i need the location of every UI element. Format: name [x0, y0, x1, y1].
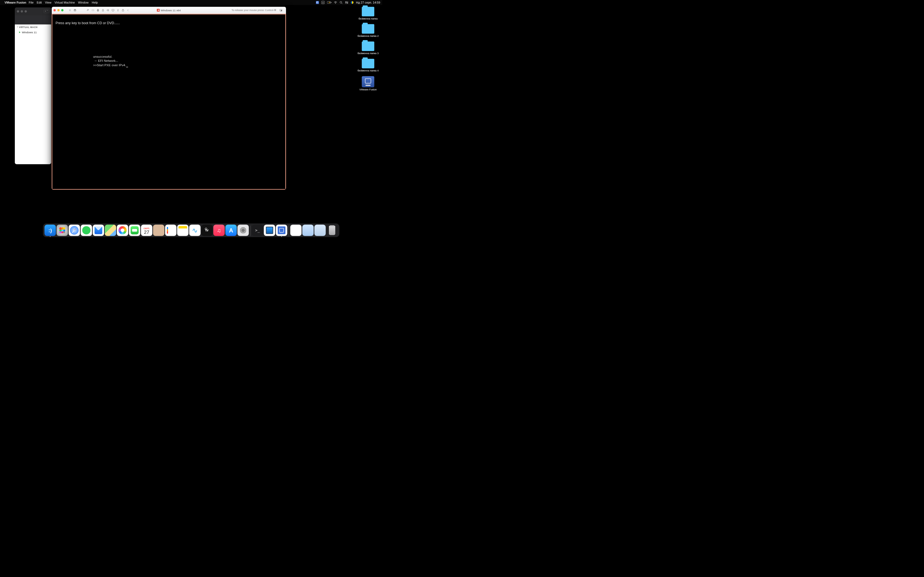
battery-icon[interactable]: ⚡	[327, 1, 331, 4]
dock-terminal[interactable]	[252, 224, 263, 236]
vm-console-output: Press any key to boot from CD or DVD....…	[52, 15, 285, 78]
dock-music[interactable]	[213, 224, 225, 236]
desktop-folder[interactable]: безіменна папка 4	[356, 59, 380, 72]
console-line: Press any key to boot from CD or DVD....…	[55, 21, 120, 25]
menubar-clock[interactable]: Нд 27 серп. 14:59	[356, 1, 380, 5]
dock-appstore[interactable]	[226, 224, 237, 236]
calendar-day: 27	[144, 230, 149, 234]
library-add-button[interactable]: + ˅	[44, 10, 49, 13]
library-section-header: ▼ VIRTUAL MACH	[15, 24, 51, 30]
menu-help[interactable]: Help	[92, 1, 98, 5]
console-line: unsuccessful.	[93, 55, 112, 58]
svg-point-7	[346, 2, 346, 2]
disclosure-triangle-icon[interactable]: ▼	[16, 26, 18, 28]
dock-freeform[interactable]	[189, 224, 200, 236]
svg-rect-16	[97, 9, 99, 10]
dock-notes[interactable]	[177, 224, 188, 236]
wifi-icon[interactable]	[334, 1, 337, 4]
svg-point-3	[335, 3, 336, 4]
menu-view[interactable]: View	[45, 1, 52, 5]
dock-contacts[interactable]	[153, 224, 164, 236]
dock-mail[interactable]	[93, 224, 104, 236]
console-line: >>Start PXE over IPv4.	[93, 63, 126, 67]
dock-trash[interactable]	[326, 224, 338, 236]
lock-icon[interactable]	[101, 8, 105, 12]
vmware-tray-icon[interactable]	[316, 1, 319, 4]
dock-tv[interactable]	[201, 224, 213, 236]
printer-icon[interactable]	[96, 8, 100, 12]
vm-screen[interactable]: Press any key to boot from CD or DVD....…	[52, 14, 286, 190]
macos-dock: СЕРП. 27	[43, 223, 339, 237]
sound-icon[interactable]	[106, 8, 110, 12]
pause-button[interactable]	[68, 8, 72, 12]
library-vm-name: Windows 11	[22, 31, 37, 34]
macos-menubar: VMware Fusion File Edit View Virtual Mac…	[0, 0, 382, 5]
svg-line-5	[342, 3, 342, 4]
dock-photos[interactable]	[117, 224, 128, 236]
dock-calendar[interactable]: СЕРП. 27	[141, 224, 152, 236]
dock-minimized-window[interactable]	[302, 224, 313, 236]
back-icon[interactable]	[126, 8, 130, 12]
share-icon[interactable]	[121, 8, 125, 12]
desktop-folder[interactable]: безіменна папка 3	[356, 42, 380, 55]
menu-virtual-machine[interactable]: Virtual Machine	[55, 1, 75, 5]
folder-icon	[362, 7, 375, 16]
desktop-folder[interactable]: безіменна папка	[356, 7, 380, 20]
windows-logo-icon	[157, 9, 160, 11]
dock-virtualbox[interactable]	[264, 224, 275, 236]
siri-icon[interactable]	[351, 1, 354, 4]
dock-minimized-window[interactable]	[314, 224, 326, 236]
settings-wrench-icon[interactable]	[86, 8, 90, 12]
svg-rect-18	[102, 10, 104, 11]
svg-rect-23	[281, 10, 282, 11]
mouse-release-hint: To release your mouse press: Control-⌘	[231, 9, 276, 12]
menu-file[interactable]: File	[29, 1, 34, 5]
dock-recent-doc[interactable]	[290, 224, 301, 236]
vm-traffic-lights[interactable]	[53, 9, 63, 11]
library-traffic-lights[interactable]	[17, 10, 27, 12]
folder-icon	[362, 59, 375, 68]
vm-window-title: Windows 11 x64	[157, 8, 181, 12]
svg-rect-1	[331, 2, 331, 3]
app-name[interactable]: VMware Fusion	[5, 1, 26, 5]
svg-point-13	[74, 10, 76, 11]
dock-facetime[interactable]	[129, 224, 140, 236]
text-cursor	[126, 67, 128, 67]
library-titlebar: + ˅	[15, 7, 51, 15]
library-vm-item[interactable]: Windows 11	[15, 30, 51, 35]
resize-icon[interactable]	[91, 8, 95, 12]
vm-console-window: Windows 11 x64 To release your mouse pre…	[52, 6, 286, 190]
svg-point-9	[347, 3, 347, 3]
dock-launchpad[interactable]	[57, 224, 68, 236]
vmware-file-icon	[362, 76, 375, 87]
usb-icon[interactable]	[116, 8, 120, 12]
vm-running-icon	[19, 31, 21, 33]
vm-toolbar: Windows 11 x64 To release your mouse pre…	[52, 6, 286, 14]
folder-icon	[362, 42, 375, 51]
input-source-icon[interactable]: A	[321, 1, 325, 4]
spotlight-icon[interactable]	[339, 1, 342, 4]
dock-reminders[interactable]	[165, 224, 176, 236]
menu-window[interactable]: Window	[78, 1, 89, 5]
folder-icon	[362, 24, 375, 34]
control-center-icon[interactable]	[345, 1, 349, 4]
vm-library-window: + ˅ ▼ VIRTUAL MACH Windows 11	[15, 7, 51, 164]
desktop-icons: безіменна папка безіменна папка 2 безіме…	[356, 7, 380, 95]
pip-icon[interactable]	[279, 8, 283, 12]
dock-messages[interactable]	[81, 224, 92, 236]
menu-edit[interactable]: Edit	[37, 1, 42, 5]
dock-safari[interactable]	[68, 224, 80, 236]
desktop-folder[interactable]: безіменна папка 2	[356, 24, 380, 38]
dock-settings[interactable]	[237, 224, 249, 236]
display-icon[interactable]	[111, 8, 115, 12]
console-line: → EFI Network...	[93, 59, 118, 63]
svg-text:⚡: ⚡	[328, 2, 331, 3]
dock-maps[interactable]	[105, 224, 116, 236]
snapshot-button[interactable]	[73, 8, 77, 12]
dock-separator	[289, 226, 289, 236]
dock-vmware-fusion[interactable]	[276, 224, 287, 236]
dock-separator	[250, 226, 250, 236]
dock-finder[interactable]	[45, 224, 56, 236]
desktop-vmware-icon[interactable]: VMware Fusion	[356, 76, 380, 91]
svg-rect-19	[112, 9, 114, 11]
